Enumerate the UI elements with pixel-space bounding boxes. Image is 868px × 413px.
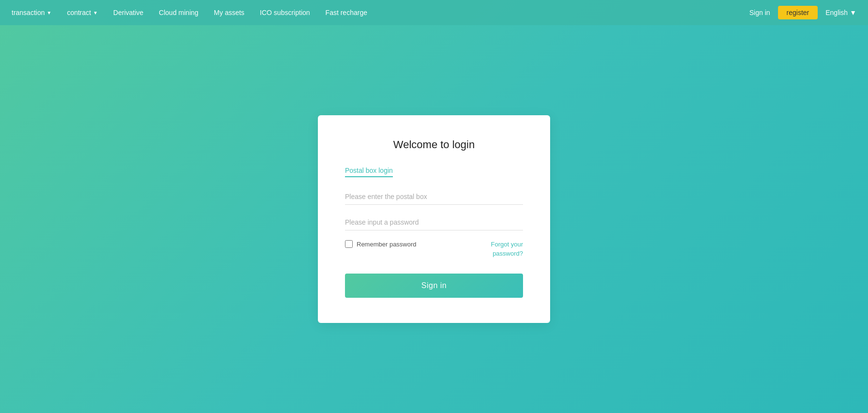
navbar: transaction ▼ contract ▼ Derivative Clou… [0, 0, 868, 25]
forgot-password-link[interactable]: Forgot your password? [465, 240, 523, 258]
password-form-group [345, 214, 523, 230]
chevron-down-icon: ▼ [93, 10, 98, 15]
tab-postal-box-login[interactable]: Postal box login [345, 167, 393, 177]
nav-item-derivative[interactable]: Derivative [113, 9, 143, 16]
card-title: Welcome to login [345, 138, 523, 151]
nav-cloud-mining-label: Cloud mining [159, 9, 198, 16]
chevron-down-icon: ▼ [46, 10, 51, 15]
remember-password-checkbox[interactable] [345, 240, 353, 248]
language-label: English [825, 9, 848, 16]
nav-my-assets-label: My assets [214, 9, 244, 16]
nav-item-cloud-mining[interactable]: Cloud mining [159, 9, 198, 16]
nav-item-transaction[interactable]: transaction ▼ [12, 9, 51, 16]
email-form-group [345, 189, 523, 205]
language-selector[interactable]: English ▼ [825, 9, 856, 16]
password-input[interactable] [345, 214, 523, 230]
nav-left: transaction ▼ contract ▼ Derivative Clou… [12, 9, 749, 16]
nav-contract-label: contract [67, 9, 91, 16]
nav-sign-in-link[interactable]: Sign in [749, 9, 770, 16]
nav-transaction-label: transaction [12, 9, 45, 16]
login-card: Welcome to login Postal box login Rememb… [318, 115, 550, 322]
nav-item-ico[interactable]: ICO subscription [260, 9, 310, 16]
main-content: Welcome to login Postal box login Rememb… [0, 25, 868, 413]
sign-in-button[interactable]: Sign in [345, 274, 523, 298]
register-button[interactable]: register [778, 6, 818, 19]
page-wrapper: transaction ▼ contract ▼ Derivative Clou… [0, 0, 868, 413]
nav-fast-recharge-label: Fast recharge [326, 9, 367, 16]
nav-derivative-label: Derivative [113, 9, 143, 16]
nav-right: Sign in register English ▼ [749, 6, 856, 19]
nav-item-contract[interactable]: contract ▼ [67, 9, 98, 16]
options-row: Remember password Forgot your password? [345, 240, 523, 258]
remember-password-label: Remember password [357, 241, 417, 248]
tab-row: Postal box login [345, 167, 523, 177]
nav-ico-label: ICO subscription [260, 9, 310, 16]
chevron-down-icon: ▼ [850, 9, 856, 16]
remember-row: Remember password [345, 240, 417, 248]
nav-item-my-assets[interactable]: My assets [214, 9, 244, 16]
email-input[interactable] [345, 189, 523, 205]
nav-item-fast-recharge[interactable]: Fast recharge [326, 9, 367, 16]
